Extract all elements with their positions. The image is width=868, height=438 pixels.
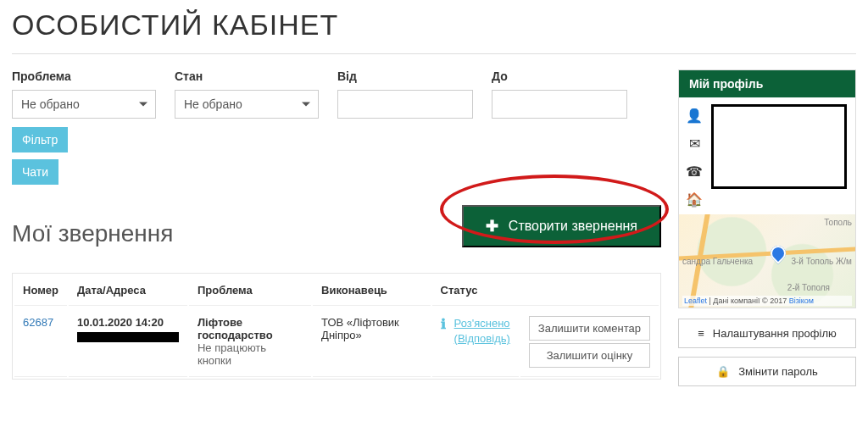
filters-row: Проблема Не обрано Стан Не обрано Від xyxy=(12,69,661,119)
status-line-1: Роз'яснено xyxy=(454,317,510,330)
ticket-problem-sub: Не працюють кнопки xyxy=(198,341,303,367)
profile-settings-label: Налаштування профілю xyxy=(713,327,837,340)
map-label: Тополь xyxy=(824,218,852,227)
ticket-executor: ТОВ «Ліфтовик Дніпро» xyxy=(313,308,431,377)
page-title: ОСОБИСТИЙ КАБІНЕТ xyxy=(0,0,868,53)
divider xyxy=(12,53,856,54)
ticket-problem-title: Ліфтове господарство xyxy=(198,316,303,341)
map-attribution: Leaflet | Дані компанії © 2017 Візіком xyxy=(682,296,852,306)
leave-rating-button[interactable]: Залишити оцінку xyxy=(529,343,650,368)
leave-comment-button[interactable]: Залишити коментар xyxy=(529,316,650,341)
filter-problem-label: Проблема xyxy=(12,69,156,83)
chats-button[interactable]: Чати xyxy=(12,159,58,185)
change-password-button[interactable]: Змінити пароль xyxy=(678,357,856,386)
main-column: Проблема Не обрано Стан Не обрано Від xyxy=(12,69,661,386)
requests-header-row: Мої звернення ✚ Створити звернення xyxy=(12,197,661,256)
filter-problem-select[interactable]: Не обрано xyxy=(12,90,156,119)
map-label: 3-й Тополь Ж/м xyxy=(791,257,852,266)
table-header-row: Номер Дата/Адреса Проблема Виконавець Ст… xyxy=(14,275,659,306)
profile-icon-column xyxy=(686,104,703,208)
phone-icon xyxy=(686,164,703,180)
map-widget[interactable]: Тополь сандра Гальченка 3-й Тополь Ж/м 2… xyxy=(679,214,855,308)
filter-to: До xyxy=(492,69,627,119)
map-pin-icon xyxy=(767,243,788,264)
profile-settings-button[interactable]: Налаштування профілю xyxy=(678,319,856,348)
ticket-status-link[interactable]: Роз'яснено (Відповідь) xyxy=(454,316,510,346)
leaflet-link[interactable]: Leaflet xyxy=(684,297,707,305)
filter-action-buttons: Фільтр Чати xyxy=(12,127,661,185)
filter-from-label: Від xyxy=(337,69,473,83)
map-label: сандра Гальченка xyxy=(682,257,753,266)
profile-panel-header: Мій профіль xyxy=(679,70,855,97)
filter-state-select[interactable]: Не обрано xyxy=(175,90,319,119)
section-title: Мої звернення xyxy=(12,220,173,247)
profile-info-redacted xyxy=(711,104,847,189)
user-icon xyxy=(686,108,703,124)
th-problem: Проблема xyxy=(189,275,311,306)
create-request-button[interactable]: ✚ Створити звернення xyxy=(462,205,661,247)
requests-table: Номер Дата/Адреса Проблема Виконавець Ст… xyxy=(12,273,661,380)
filter-state: Стан Не обрано xyxy=(175,69,319,119)
map-label: 2-й Тополя xyxy=(787,283,830,292)
ticket-address-redacted xyxy=(77,332,179,342)
home-icon xyxy=(686,191,703,208)
visicom-link[interactable]: Візіком xyxy=(789,297,814,305)
change-password-label: Змінити пароль xyxy=(738,365,818,378)
filter-button[interactable]: Фільтр xyxy=(12,127,68,152)
mail-icon xyxy=(689,136,700,152)
plus-icon: ✚ xyxy=(486,219,498,234)
filter-to-label: До xyxy=(492,69,627,83)
status-line-2: (Відповідь) xyxy=(454,332,510,345)
ticket-date: 10.01.2020 14:20 xyxy=(77,316,164,329)
filter-from-input[interactable] xyxy=(337,90,473,119)
table-row: 62687 10.01.2020 14:20 Ліфтове господарс… xyxy=(14,308,659,377)
create-request-label: Створити звернення xyxy=(509,219,637,234)
filter-from: Від xyxy=(337,69,473,119)
ticket-number-link[interactable]: 62687 xyxy=(23,316,53,329)
th-number: Номер xyxy=(14,275,67,306)
profile-panel: Мій профіль Тополь сандра Гальченка 3-й … xyxy=(678,69,856,308)
th-status: Статус xyxy=(432,275,659,306)
lock-icon xyxy=(716,365,730,378)
filter-problem: Проблема Не обрано xyxy=(12,69,156,119)
th-date-address: Дата/Адреса xyxy=(69,275,187,306)
list-icon xyxy=(698,327,704,340)
sidebar: Мій профіль Тополь сандра Гальченка 3-й … xyxy=(678,69,856,386)
info-icon[interactable]: ℹ xyxy=(441,316,446,332)
filter-state-label: Стан xyxy=(175,69,319,83)
th-executor: Виконавець xyxy=(313,275,431,306)
filter-to-input[interactable] xyxy=(492,90,627,119)
